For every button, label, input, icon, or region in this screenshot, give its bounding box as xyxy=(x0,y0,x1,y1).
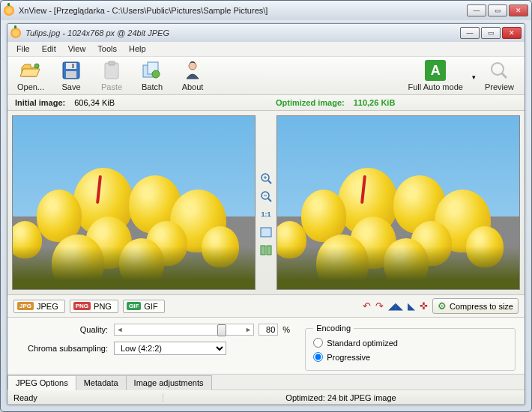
layout-icon[interactable] xyxy=(259,243,273,257)
outer-window: XnView - [Przeglądarka - C:\Users\Public… xyxy=(0,0,532,412)
open-button[interactable]: Open... xyxy=(13,60,48,91)
statusbar: Ready Optimized: 24 bit JPEG image xyxy=(7,390,525,405)
original-image-panel[interactable] xyxy=(12,115,256,290)
svg-rect-22 xyxy=(267,246,271,255)
png-badge-icon: PNG xyxy=(73,302,91,310)
standard-radio[interactable] xyxy=(313,338,323,348)
toolbar: Open... Save Paste Batch About A Full A xyxy=(7,57,525,95)
flip-horizontal-icon[interactable]: ◢◣ xyxy=(388,300,403,312)
folder-open-icon xyxy=(20,60,41,81)
gear-icon: ⚙ xyxy=(438,300,447,312)
zoom-out-icon[interactable] xyxy=(259,190,273,203)
svg-point-9 xyxy=(152,70,160,78)
minimize-button[interactable]: — xyxy=(467,4,486,16)
zoom-tools: 1:1 xyxy=(256,115,276,290)
format-gif-tab[interactable]: GIFGIF xyxy=(123,300,165,313)
slider-right-arrow[interactable]: ► xyxy=(243,326,253,333)
floppy-icon xyxy=(61,60,82,81)
clipboard-icon xyxy=(101,60,122,81)
svg-point-0 xyxy=(34,64,39,68)
person-icon xyxy=(182,60,203,81)
svg-rect-20 xyxy=(261,228,271,237)
optimized-label: Optimized image: xyxy=(276,98,345,107)
jpeg-badge-icon: JPG xyxy=(17,302,34,310)
zoom-in-icon[interactable] xyxy=(259,172,273,185)
svg-point-11 xyxy=(492,63,504,75)
slider-thumb[interactable] xyxy=(217,324,226,336)
svg-rect-4 xyxy=(72,64,74,68)
rotate-right-icon[interactable]: ↷ xyxy=(375,300,384,312)
outer-titlebar[interactable]: XnView - [Przeglądarka - C:\Users\Public… xyxy=(1,1,531,20)
preview-button: Preview xyxy=(480,60,519,91)
initial-label: Initial image: xyxy=(15,98,65,107)
inner-window: Tulips.jpg - 1024x768 px @ 24bit JPEG — … xyxy=(7,23,525,405)
encoding-legend: Encoding xyxy=(313,324,354,333)
inner-close-button[interactable]: ✕ xyxy=(502,27,522,39)
maximize-button[interactable]: ▭ xyxy=(488,4,507,16)
menu-edit[interactable]: Edit xyxy=(36,42,62,56)
magnifier-icon xyxy=(489,60,510,81)
app-icon xyxy=(4,5,14,16)
flip-vertical-icon[interactable]: ◣ xyxy=(408,300,415,312)
encoding-standard-row[interactable]: Standard optimized xyxy=(313,336,507,350)
quality-label: Quality: xyxy=(16,325,114,334)
format-bar: JPGJPEG PNGPNG GIFGIF ↶ ↷ ◢◣ ◣ ✜ ⚙Compre… xyxy=(7,294,525,318)
zoom-1to1-icon[interactable]: 1:1 xyxy=(259,207,273,221)
svg-rect-6 xyxy=(109,61,115,65)
status-optimized: Optimized: 24 bit JPEG image xyxy=(163,393,519,402)
encoding-progressive-row[interactable]: Progressive xyxy=(313,350,507,364)
quality-input[interactable] xyxy=(259,324,278,336)
format-png-tab[interactable]: PNGPNG xyxy=(70,300,118,313)
status-ready: Ready xyxy=(13,393,163,402)
inner-minimize-button[interactable]: — xyxy=(460,27,480,39)
auto-dropdown[interactable]: ▾ xyxy=(468,73,480,91)
optimized-image-panel[interactable] xyxy=(276,115,520,290)
chroma-label: Chroma subsampling: xyxy=(16,344,114,353)
progressive-radio[interactable] xyxy=(313,352,323,362)
bottom-tabs: JPEG Options Metadata Image adjustments xyxy=(7,374,525,390)
fit-icon[interactable] xyxy=(259,225,273,239)
svg-rect-2 xyxy=(66,63,76,69)
crop-icon[interactable]: ✜ xyxy=(420,300,428,312)
tab-jpeg-options[interactable]: JPEG Options xyxy=(7,375,76,390)
inner-maximize-button[interactable]: ▭ xyxy=(481,27,501,39)
svg-line-14 xyxy=(268,181,271,184)
initial-value: 606,34 KiB xyxy=(74,98,115,107)
optimized-value: 110,26 KiB xyxy=(354,98,396,107)
tab-metadata[interactable]: Metadata xyxy=(76,375,127,390)
outer-title: XnView - [Przeglądarka - C:\Users\Public… xyxy=(14,6,467,15)
svg-line-12 xyxy=(502,73,507,78)
inner-title: Tulips.jpg - 1024x768 px @ 24bit JPEG xyxy=(21,28,460,37)
inner-titlebar[interactable]: Tulips.jpg - 1024x768 px @ 24bit JPEG — … xyxy=(7,24,525,42)
close-button[interactable]: ✕ xyxy=(509,4,528,16)
options-panel: Quality: ◄ ► % Chroma subsampling: Low (… xyxy=(7,318,525,374)
menu-tools[interactable]: Tools xyxy=(91,42,123,56)
full-auto-mode-button[interactable]: A Full Auto mode xyxy=(404,60,468,91)
about-button[interactable]: About xyxy=(175,60,210,91)
format-jpeg-tab[interactable]: JPGJPEG xyxy=(13,300,65,313)
compress-to-size-button[interactable]: ⚙Compress to size xyxy=(432,298,519,314)
svg-rect-3 xyxy=(66,71,76,78)
tab-image-adjustments[interactable]: Image adjustments xyxy=(126,375,212,390)
percent-label: % xyxy=(282,325,290,334)
quality-slider[interactable]: ◄ ► xyxy=(114,324,254,336)
auto-icon: A xyxy=(425,60,446,81)
slider-left-arrow[interactable]: ◄ xyxy=(115,326,125,333)
encoding-fieldset: Encoding Standard optimized Progressive xyxy=(305,324,516,371)
menu-view[interactable]: View xyxy=(62,42,92,56)
svg-line-18 xyxy=(268,199,271,202)
size-bar: Initial image: 606,34 KiB Optimized imag… xyxy=(7,95,525,111)
save-button[interactable]: Save xyxy=(54,60,88,91)
rotate-left-icon[interactable]: ↶ xyxy=(363,300,371,312)
chroma-select[interactable]: Low (4:2:2) xyxy=(114,342,226,355)
doc-icon xyxy=(10,28,21,38)
batch-button[interactable]: Batch xyxy=(135,60,169,91)
batch-icon xyxy=(142,60,163,81)
svg-rect-21 xyxy=(261,246,265,255)
paste-button: Paste xyxy=(94,60,129,91)
gif-badge-icon: GIF xyxy=(127,302,141,310)
menubar: File Edit View Tools Help xyxy=(7,42,525,57)
menu-help[interactable]: Help xyxy=(123,42,152,56)
menu-file[interactable]: File xyxy=(10,42,36,56)
preview-area: 1:1 xyxy=(7,111,525,294)
